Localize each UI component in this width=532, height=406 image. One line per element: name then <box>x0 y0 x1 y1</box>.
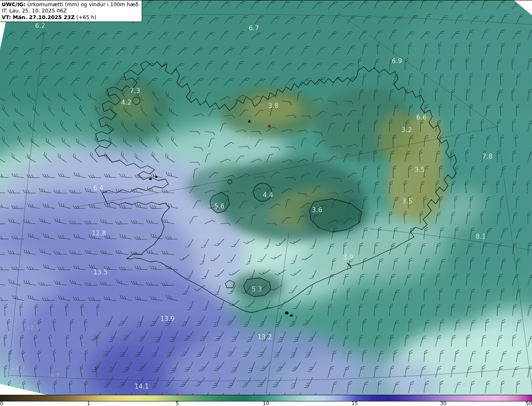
product-code: UWC/IG: <box>2 1 26 7</box>
map-title: Úrkomumætti (mm) og vindur i 100m hæð <box>26 1 138 7</box>
weather-map <box>0 0 532 395</box>
colorbar-tick-labels: 01510153050 <box>0 401 532 406</box>
colorbar: 01510153050 <box>0 395 532 406</box>
title-box: UWC/IG: Úrkomumætti (mm) og vindur i 100… <box>0 0 142 22</box>
colorbar-tick: 30 <box>440 401 446 406</box>
colorbar-tick: 1 <box>87 401 91 406</box>
colorbar-tick: 0 <box>0 401 3 406</box>
colorbar-tick: 5 <box>176 401 179 406</box>
map-area: 6.26.76.97.34.23.86.63.27.83.56.44.43.55… <box>0 0 532 395</box>
init-time-line: IT: Lau. 25. 10. 2025 06Z <box>2 7 138 14</box>
colorbar-tick: 10 <box>263 401 269 406</box>
colorbar-tick: 15 <box>352 401 358 406</box>
valid-time-line: VT: Mán. 27.10.2025 23Z (+65 h) <box>2 14 138 20</box>
weather-map-screenshot: 6.26.76.97.34.23.86.63.27.83.56.44.43.55… <box>0 0 532 406</box>
colorbar-tick: 50 <box>526 401 532 406</box>
title-line: UWC/IG: Úrkomumætti (mm) og vindur i 100… <box>2 1 138 7</box>
